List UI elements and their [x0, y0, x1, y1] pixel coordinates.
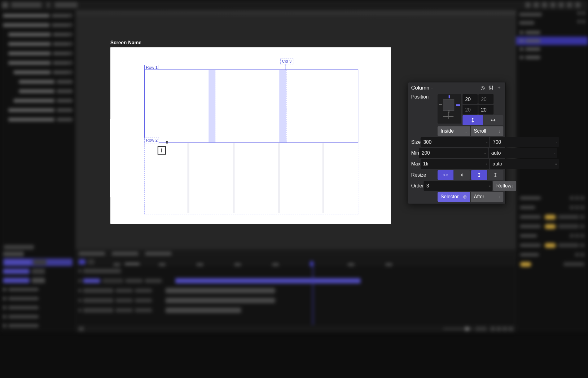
chevron-down-icon: ↓ [511, 183, 513, 188]
resize-v-stretch-toggle[interactable] [471, 170, 487, 180]
insertion-cursor[interactable]: 5 [158, 146, 166, 155]
target-icon[interactable]: ◎ [480, 85, 486, 91]
selector-button[interactable]: Selector◎ [438, 192, 470, 202]
reflow-dropdown[interactable]: Reflow↓ [493, 181, 516, 191]
label-min: Min [410, 150, 419, 156]
reflow-label: Reflow [496, 183, 511, 188]
label-resize: Resize [410, 172, 437, 178]
position-right-input[interactable] [478, 94, 494, 104]
svg-point-0 [489, 86, 490, 88]
order-input[interactable] [424, 181, 493, 191]
artboard[interactable]: Col 3 Row 1 Row 2 [110, 47, 391, 224]
size-height-input[interactable] [490, 137, 559, 147]
chevron-down-icon: ↓ [465, 129, 467, 133]
overflow-inside-label: Inside [441, 128, 454, 134]
target-icon: ◎ [463, 194, 467, 199]
size-width-input[interactable] [421, 137, 489, 147]
chevron-down-icon: ↓ [498, 195, 500, 199]
label-max: Max [410, 161, 420, 167]
max-width-input[interactable] [420, 159, 489, 169]
anchor-top-icon[interactable] [449, 95, 450, 98]
resize-v-fixed-toggle[interactable] [488, 170, 503, 180]
settings-sliders-icon[interactable] [488, 85, 494, 91]
column-label-col3[interactable]: Col 3 [280, 59, 293, 64]
overflow-scroll-dropdown[interactable]: Scroll↓ [471, 126, 503, 136]
position-bottom-input[interactable] [463, 105, 478, 115]
canvas-area: Screen Name Col 3 Row 1 Ro [110, 40, 391, 229]
inspector-panel: Column ↓ ◎ ＋ Position [408, 82, 506, 204]
grid-row-2[interactable] [144, 143, 358, 214]
position-left-input[interactable] [478, 105, 494, 115]
artboard-title[interactable]: Screen Name [110, 40, 391, 45]
inspector-header: Column ↓ ◎ ＋ [408, 82, 505, 93]
cursor-index-badge: 5 [166, 140, 168, 145]
resize-h-stretch-toggle[interactable] [438, 170, 454, 180]
overflow-inside-dropdown[interactable]: Inside↓ [438, 126, 470, 136]
selector-label: Selector [441, 194, 459, 200]
max-height-input[interactable] [490, 159, 559, 169]
min-width-input[interactable] [419, 148, 488, 158]
anchor-left-icon[interactable] [439, 104, 442, 105]
resize-h-hug-toggle[interactable] [454, 170, 470, 180]
cursor-icon [158, 146, 166, 155]
axis-horizontal-toggle[interactable] [483, 115, 503, 125]
inspector-title: Column [411, 85, 429, 91]
after-dropdown[interactable]: After↓ [471, 192, 503, 202]
label-order: Order [410, 183, 423, 188]
overflow-scroll-label: Scroll [474, 128, 486, 134]
chevron-down-icon: ↓ [498, 129, 500, 133]
grid-row-1[interactable] [144, 69, 358, 143]
anchor-right-icon[interactable] [456, 104, 460, 106]
min-height-input[interactable] [489, 148, 557, 158]
anchor-bottom-icon[interactable] [449, 110, 449, 113]
position-top-input[interactable] [463, 94, 478, 104]
svg-point-2 [492, 86, 493, 87]
after-label: After [474, 194, 485, 200]
axis-vertical-toggle[interactable] [463, 115, 483, 125]
position-anchor-widget[interactable] [438, 94, 461, 124]
label-position: Position [410, 94, 437, 100]
svg-point-1 [490, 88, 492, 89]
label-size: Size [410, 139, 421, 145]
inspector-title-arrow-icon[interactable]: ↓ [431, 85, 433, 90]
add-icon[interactable]: ＋ [496, 85, 502, 91]
